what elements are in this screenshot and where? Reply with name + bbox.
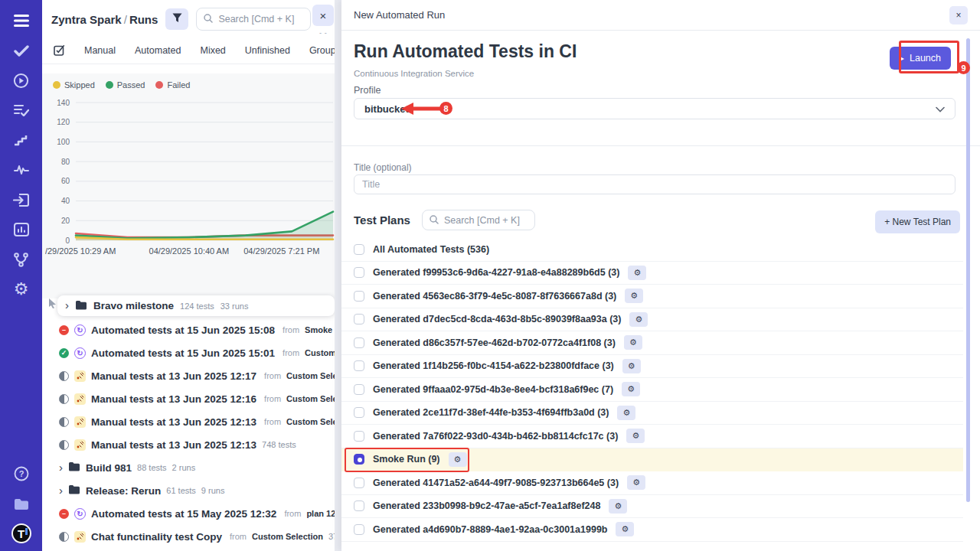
checkbox-checked[interactable] [354, 454, 364, 465]
test-plan-row-generated-1f14b256-f0bc-4154-a622-b23800[interactable]: Generated 1f14b256-f0bc-4154-a622-b23800… [341, 355, 963, 379]
branch-icon[interactable] [11, 249, 31, 269]
chevron-right-icon[interactable]: › [65, 299, 69, 312]
modal-scrollbar[interactable] [966, 38, 970, 502]
run-title: Manual tests at 13 Jun 2025 12:16 [91, 393, 256, 405]
annotation-badge-8: 8 [439, 102, 452, 115]
funnel-icon [172, 13, 182, 25]
test-plans-search[interactable] [422, 210, 535, 230]
panel-close-button[interactable]: × [312, 5, 334, 26]
menu-icon[interactable] [11, 11, 31, 31]
run-row[interactable]: –↻Automated tests at 15 May 2025 12:32fr… [42, 502, 335, 525]
group-runs-count: 9 runs [201, 486, 225, 495]
title-input[interactable] [354, 174, 956, 194]
help-icon[interactable]: ? [11, 464, 31, 484]
status-viewed-icon [59, 394, 69, 404]
test-plan-settings-chip[interactable]: ⚙ [449, 452, 467, 467]
run-row[interactable]: Manual tests at 13 Jun 2025 12:17fromCus… [42, 364, 335, 387]
test-plans-search-input[interactable] [444, 215, 528, 226]
run-row[interactable]: Chat functinality test CopyfromCustom Se… [42, 525, 335, 548]
chevron-right-icon[interactable]: › [59, 484, 63, 497]
chevron-right-icon[interactable]: › [59, 461, 63, 474]
breadcrumb-project[interactable]: Zyntra Spark [51, 13, 122, 26]
analytics-chart-icon[interactable] [11, 220, 31, 240]
activity-pulse-icon[interactable] [11, 160, 31, 180]
run-row[interactable]: Manual tests at 13 Jun 2025 12:16fromCus… [42, 387, 335, 410]
test-plan-settings-chip[interactable]: ⚙ [625, 289, 643, 303]
run-row[interactable]: –↻Automated tests at 15 Jun 2025 15:08fr… [42, 318, 335, 341]
tab-mixed[interactable]: Mixed [200, 45, 225, 56]
checkbox[interactable] [354, 291, 364, 302]
test-plan-settings-chip[interactable]: ⚙ [622, 382, 640, 396]
checkbox[interactable] [354, 524, 364, 535]
run-row[interactable]: ✓↻Automated tests at 15 Jun 2025 15:01fr… [42, 341, 335, 364]
filter-button[interactable] [165, 8, 188, 30]
panel-resize-icon[interactable]: - - [319, 29, 328, 37]
runs-search[interactable] [196, 8, 311, 31]
test-plan-settings-chip[interactable]: ⚙ [616, 522, 634, 536]
test-plan-row-generated-4563ec86-3f79-4e5c-8087-8f7636[interactable]: Generated 4563ec86-3f79-4e5c-8087-8f7636… [341, 285, 963, 308]
test-plan-label: Generated 233b0998-b9c2-47ae-a5cf-7ea1af… [373, 500, 600, 511]
projects-folder-icon[interactable] [11, 494, 31, 514]
run-from-label: from [230, 532, 247, 541]
test-plan-settings-chip[interactable]: ⚙ [627, 475, 645, 490]
import-run-icon[interactable] [11, 190, 31, 210]
folder-icon [68, 484, 80, 497]
checkbox[interactable] [354, 337, 364, 348]
checkbox[interactable] [354, 267, 364, 278]
test-plan-row-generated-d7dec5cd-8cda-463d-8b5c-89039f[interactable]: Generated d7dec5cd-8cda-463d-8b5c-89039f… [341, 308, 963, 332]
test-list-icon[interactable] [11, 100, 31, 120]
test-plan-row-generated-f99953c6-9d6a-4227-91a8-e4a882[interactable]: Generated f99953c6-9d6a-4227-91a8-e4a882… [341, 262, 963, 285]
checkbox[interactable] [354, 314, 364, 324]
check-tasks-icon[interactable] [11, 41, 31, 60]
checkbox[interactable] [354, 360, 364, 371]
test-plan-label: Generated d7dec5cd-8cda-463d-8b5c-89039f… [373, 314, 621, 324]
runs-list: –↻Automated tests at 15 Jun 2025 15:08fr… [42, 318, 335, 548]
runs-search-input[interactable] [218, 14, 303, 24]
gear-icon: ⚙ [622, 525, 629, 533]
tab-groups[interactable]: Groups [309, 45, 335, 56]
tab-unfinished[interactable]: Unfinished [245, 45, 290, 56]
test-plan-row-all-automated-tests-536[interactable]: All Automated Tests (536) [341, 238, 963, 262]
checkbox[interactable] [354, 407, 364, 418]
test-plan-row-generated-d86c357f-57ee-462d-b702-0772ca[interactable]: Generated d86c357f-57ee-462d-b702-0772ca… [341, 331, 963, 355]
settings-gear-icon[interactable]: ⚙ [11, 279, 31, 299]
test-plan-row-generated-7a76f022-93d0-434b-b462-bb8114[interactable]: Generated 7a76f022-93d0-434b-b462-bb8114… [341, 425, 963, 448]
legend-item-failed: Failed [155, 80, 190, 90]
run-group-row[interactable]: ›Build 98188 tests2 runs [42, 456, 335, 479]
progress-steps-icon[interactable] [11, 130, 31, 150]
test-plan-settings-chip[interactable]: ⚙ [629, 312, 648, 327]
run-title: Automated tests at 15 Jun 2025 15:08 [91, 324, 275, 336]
modal-close-button[interactable]: × [949, 6, 968, 24]
tab-automated[interactable]: Automated [135, 45, 181, 56]
test-plan-settings-chip[interactable]: ⚙ [626, 429, 645, 443]
tab-manual[interactable]: Manual [84, 45, 116, 56]
test-plan-row-smoke-run-9[interactable]: Smoke Run (9)⚙ [341, 448, 963, 472]
run-row[interactable]: Manual tests at 13 Jun 2025 12:13fromCus… [42, 410, 335, 433]
test-plan-row-generated-233b0998-b9c2-47ae-a5cf-7ea1af[interactable]: Generated 233b0998-b9c2-47ae-a5cf-7ea1af… [341, 495, 963, 519]
launch-button-label: Launch [910, 53, 941, 64]
test-plan-settings-chip[interactable]: ⚙ [609, 499, 627, 514]
legend-label: Skipped [64, 80, 95, 90]
checkbox[interactable] [354, 478, 364, 488]
milestone-card[interactable]: › Bravo milestone 124 tests 33 runs [57, 295, 335, 316]
checkbox[interactable] [354, 384, 364, 395]
test-plan-row-generated-9ffaaa02-975d-4b3e-8ee4-bcf318[interactable]: Generated 9ffaaa02-975d-4b3e-8ee4-bcf318… [341, 378, 963, 402]
checkbox[interactable] [354, 431, 364, 442]
test-plan-settings-chip[interactable]: ⚙ [617, 406, 635, 420]
launch-button[interactable]: ▶ Launch [890, 47, 951, 70]
run-play-icon[interactable] [11, 70, 31, 90]
run-group-row[interactable]: ›Release: Rerun61 tests9 runs [42, 479, 335, 502]
test-plan-settings-chip[interactable]: ⚙ [624, 335, 642, 350]
test-plan-settings-chip[interactable]: ⚙ [628, 266, 646, 280]
test-plan-settings-chip[interactable]: ⚙ [622, 359, 641, 373]
test-plan-row-generated-41471a52-a644-49f7-9085-923713[interactable]: Generated 41471a52-a644-49f7-9085-923713… [341, 471, 963, 495]
run-row[interactable]: Manual tests at 13 Jun 2025 12:13748 tes… [42, 433, 335, 456]
test-plan-row-generated-a4d690b7-8889-4ae1-92aa-0c3001[interactable]: Generated a4d690b7-8889-4ae1-92aa-0c3001… [341, 518, 963, 542]
new-test-plan-button[interactable]: + New Test Plan [875, 210, 960, 233]
test-plan-row-generated-2ce11f7d-38ef-44fe-b353-4f694f[interactable]: Generated 2ce11f7d-38ef-44fe-b353-4f694f… [341, 402, 963, 425]
gear-icon: ⚙ [454, 455, 462, 464]
checkbox[interactable] [354, 500, 364, 511]
select-runs-icon[interactable] [54, 44, 65, 56]
checkbox[interactable] [354, 244, 364, 255]
gear-icon: ⚙ [634, 269, 642, 277]
